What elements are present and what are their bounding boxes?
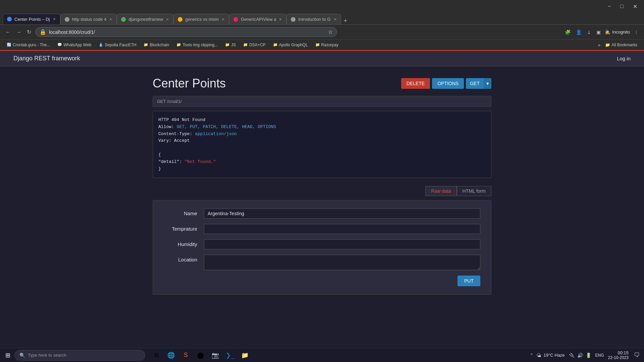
profile-button[interactable]: 👤 [575,28,583,36]
name-input[interactable] [204,208,480,219]
system-tray: ⌃ 🌤 19°C Haze [530,353,565,358]
vary-value: Accept [174,138,190,143]
download-button[interactable]: ⤓ [586,28,592,36]
forward-button[interactable]: → [15,28,23,37]
content-type-value: application/json [195,131,237,136]
tab-favicon [178,17,182,22]
edge-app[interactable]: 🌐 [164,350,178,361]
tab-generics-mixin[interactable]: generics vs mixin ✕ [173,14,229,24]
incognito-button[interactable]: 🕵 Incognito [605,29,630,35]
bookmark-js[interactable]: 📁 JS [222,42,238,48]
status-line: HTTP 404 Not Found [158,117,205,122]
bookmark-label: Apollo GraphQL [279,43,308,47]
bookmark-star-icon[interactable]: ☆ [328,29,333,35]
task-view-button[interactable]: ⧉ [149,350,163,361]
get-url-text: GET /crud/1/ [157,99,181,104]
tab-close-icon[interactable]: ✕ [221,17,225,22]
extensions-button[interactable]: 🧩 [564,28,572,36]
bookmark-razorpay[interactable]: 📁 Razorpay [313,42,341,48]
location-input[interactable] [204,255,480,270]
bookmark-crontab[interactable]: 🔄 Crontab.guru - The... [4,42,53,48]
tab-title: GenericAPIView a [241,17,276,22]
incognito-label: Incognito [612,29,630,35]
reload-button[interactable]: ↻ [25,27,33,37]
bookmark-label: Razorpay [321,43,338,47]
sublime-icon: S [181,351,190,360]
tab-center-points[interactable]: Center Points – Dj ✕ [3,14,60,24]
bookmarks-bar: 🔄 Crontab.guru - The... 💬 WhatsApp Web 💧… [0,40,644,51]
volume-icon[interactable]: 🔊 [577,353,583,358]
title-bar: − □ ✕ [0,0,644,13]
get-button[interactable]: GET [466,78,484,89]
bookmark-tools[interactable]: 📁 Tools img clipping... [174,42,220,48]
vscode-icon: ❯_ [226,351,234,360]
bookmark-icon: 💬 [57,43,62,47]
maximize-button[interactable]: □ [618,3,626,10]
bookmark-sepolia[interactable]: 💧 Sepolia FaucETH [96,42,139,48]
clock[interactable]: 00:15 22-10-2023 [608,350,629,360]
battery-icon[interactable]: 🔋 [586,353,591,358]
bookmark-blockchain[interactable]: 📁 Blockchain [141,42,172,48]
start-button[interactable]: ⊞ [3,350,13,360]
bookmark-whatsapp[interactable]: 💬 WhatsApp Web [55,42,94,48]
url-box[interactable]: 🔒 localhost:8000/crud/1/ ☆ [35,27,337,37]
tab-close-icon[interactable]: ✕ [109,17,112,22]
url-text: localhost:8000/crud/1/ [49,29,325,35]
vscode-app[interactable]: ❯_ [223,350,237,361]
language-selector[interactable]: ENG [595,353,604,358]
tab-html-form[interactable]: HTML form [457,186,491,196]
options-button[interactable]: OPTIONS [432,78,464,89]
tab-djangorestframework[interactable]: djangorestframew ✕ [117,14,173,24]
tab-introduction[interactable]: Introduction to G ✕ [286,14,341,24]
address-bar: ← → ↻ 🔒 localhost:8000/crud/1/ ☆ 🧩 👤 ⤓ ▣… [0,25,644,40]
tab-title: djangorestframew [128,17,163,22]
put-button[interactable]: PUT [458,276,480,286]
form-submit-row: PUT [164,276,480,286]
get-dropdown-button[interactable]: ▾ [484,78,491,89]
back-button[interactable]: ← [4,28,12,37]
bookmark-dsa[interactable]: 📁 DSA+CP [240,42,268,48]
tab-close-icon[interactable]: ✕ [279,17,282,22]
explorer-app[interactable]: 📁 [238,350,252,361]
minimize-button[interactable]: − [605,3,613,10]
bookmark-label: Sepolia FaucETH [105,43,136,47]
search-bar[interactable]: 🔍 Type here to search [14,350,145,361]
tab-generic-api-view[interactable]: GenericAPIView a ✕ [229,14,286,24]
humidity-input[interactable] [204,239,480,249]
tab-close-icon[interactable]: ✕ [166,17,169,22]
bookmarks-more-button[interactable]: » [598,42,601,48]
tab-title: generics vs mixin [185,17,219,22]
main-content: Django REST framework Log in Center Poin… [0,51,644,348]
tab-close-icon[interactable]: ✕ [333,17,337,22]
sidebar-button[interactable]: ▣ [595,28,602,36]
camera-app[interactable]: 📷 [208,350,222,361]
bookmark-apollo[interactable]: 📁 Apollo GraphQL [270,42,311,48]
incognito-icon: 🕵 [605,29,610,35]
login-link[interactable]: Log in [617,56,631,61]
tab-title: Center Points – Dj [14,17,50,22]
chrome-app[interactable]: ⬤ [194,350,208,361]
tab-raw-data[interactable]: Raw data [425,186,457,196]
menu-button[interactable]: ⋮ [633,28,640,36]
temperature-input[interactable] [204,224,480,234]
delete-button[interactable]: DELETE [401,78,430,89]
vary-label: Vary: [158,138,171,143]
sublime-app[interactable]: S [179,350,193,361]
bookmark-icon: 📁 [176,43,181,47]
system-icons: 🔌 🔊 🔋 [569,353,591,358]
camera-icon: 📷 [211,351,220,360]
close-button[interactable]: ✕ [630,3,640,10]
all-bookmarks-item[interactable]: 📁 All Bookmarks [602,42,640,48]
drf-header: Django REST framework Log in [0,51,644,66]
notification-button[interactable]: 🗨 [633,350,641,360]
get-url-bar: GET /crud/1/ [153,96,491,107]
tab-http-status[interactable]: http status code 4 ✕ [60,14,117,24]
form-row-location: Location [164,255,480,270]
bookmark-icon: 🔄 [7,43,11,47]
chevron-up-icon[interactable]: ⌃ [530,353,534,358]
page-heading-row: Center Points DELETE OPTIONS GET ▾ [153,76,491,90]
new-tab-button[interactable]: + [341,17,350,24]
tab-close-icon[interactable]: ✕ [53,17,56,21]
network-icon[interactable]: 🔌 [569,353,575,358]
taskbar-right: ⌃ 🌤 19°C Haze 🔌 🔊 🔋 ENG 00:15 22-10-2023… [530,350,641,360]
